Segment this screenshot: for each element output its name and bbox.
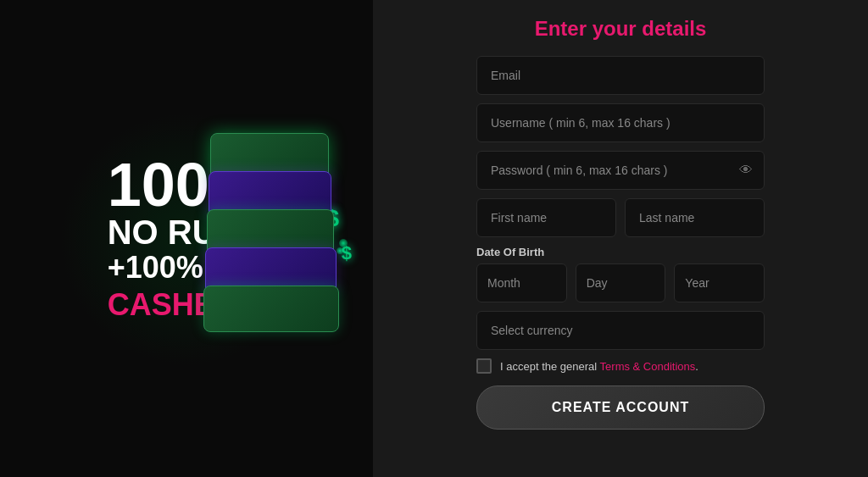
name-row bbox=[476, 198, 765, 237]
email-input[interactable] bbox=[476, 56, 765, 95]
terms-link[interactable]: Terms & Conditions bbox=[600, 360, 696, 373]
create-account-button[interactable]: CREATE ACCOUNT bbox=[476, 385, 765, 430]
password-wrapper: 👁 bbox=[476, 151, 765, 190]
terms-text: I accept the general Terms & Conditions. bbox=[500, 360, 698, 373]
username-input[interactable] bbox=[476, 103, 765, 142]
dob-label: Date Of Birth bbox=[476, 246, 765, 258]
money-stack-illustration: $ $ bbox=[186, 146, 356, 332]
password-toggle-icon[interactable]: 👁 bbox=[739, 163, 753, 178]
glow-dot-3 bbox=[339, 239, 348, 247]
day-select[interactable]: Day 1234 567 bbox=[576, 263, 666, 302]
money-block-1 bbox=[203, 286, 339, 332]
glow-dot-2 bbox=[337, 247, 343, 254]
terms-checkbox[interactable] bbox=[476, 358, 492, 374]
lastname-input[interactable] bbox=[625, 198, 765, 237]
password-input[interactable] bbox=[476, 151, 765, 190]
year-select[interactable]: Year 200019991998 bbox=[674, 263, 765, 302]
dob-row: Month 1234 5678 9101112 Day 1234 567 Yea… bbox=[476, 263, 765, 302]
terms-row: I accept the general Terms & Conditions. bbox=[476, 358, 765, 374]
form-container: 👁 Date Of Birth Month 1234 5678 9101112 … bbox=[476, 56, 765, 430]
form-title: Enter your details bbox=[535, 17, 707, 41]
month-select[interactable]: Month 1234 5678 9101112 bbox=[476, 263, 567, 302]
currency-select[interactable]: Select currency USD EUR GBP BTC bbox=[476, 311, 765, 350]
left-panel: 100% NO RULES +100% CASHBACK $ $ bbox=[0, 0, 373, 477]
firstname-input[interactable] bbox=[476, 198, 616, 237]
right-panel: Enter your details 👁 Date Of Birth Month… bbox=[373, 0, 868, 477]
